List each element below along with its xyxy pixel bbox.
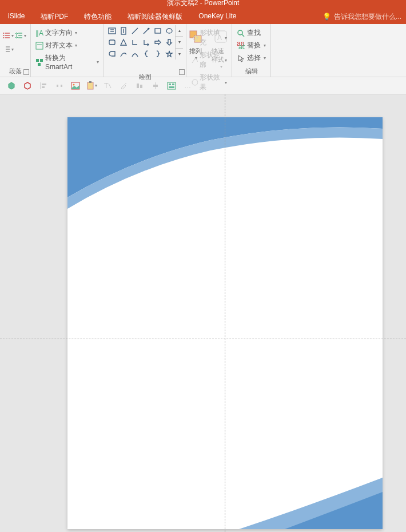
- shape-l-connector[interactable]: [129, 37, 141, 48]
- svg-point-4: [3, 35, 4, 36]
- shape-effects-button[interactable]: 形状效果 ▾: [190, 72, 228, 93]
- svg-point-33: [238, 30, 242, 35]
- numbering-button[interactable]: ▾: [2, 43, 14, 55]
- convert-smartart-label: 转换为 SmartArt: [45, 53, 94, 71]
- horizontal-guide[interactable]: [0, 339, 406, 339]
- svg-point-3: [3, 33, 4, 34]
- svg-rect-27: [109, 40, 115, 45]
- shape-effects-label: 形状效果: [200, 73, 222, 92]
- tool-distribute[interactable]: [54, 80, 65, 92]
- shape-rounded-rect[interactable]: [106, 37, 118, 48]
- bullets-button[interactable]: ▾: [2, 30, 14, 41]
- shape-down-arrow[interactable]: [164, 37, 175, 48]
- tool-center[interactable]: [150, 80, 161, 92]
- shape-rectangle[interactable]: [152, 25, 164, 37]
- svg-rect-53: [169, 84, 171, 85]
- editing-label: 编辑: [234, 66, 268, 77]
- svg-rect-49: [140, 85, 142, 88]
- align-text-button[interactable]: 对齐文本 ▾: [34, 40, 100, 51]
- svg-rect-48: [137, 84, 139, 88]
- svg-rect-40: [57, 85, 58, 87]
- shape-arrow-line[interactable]: [141, 25, 152, 37]
- svg-rect-17: [38, 63, 41, 66]
- line-spacing-button[interactable]: ▾: [15, 30, 26, 41]
- shape-outline-label: 形状轮廓: [200, 50, 222, 70]
- tool-hexagon-red[interactable]: [22, 80, 33, 92]
- shape-arc[interactable]: [129, 48, 141, 59]
- tab-foxit-reader[interactable]: 福昕阅读器领鲜版: [120, 9, 190, 24]
- editing-group: 查找 abac 替换 ▾ 选择 ▾ 编辑: [232, 24, 271, 77]
- shape-outline-button[interactable]: 形状轮廓 ▾: [190, 50, 228, 70]
- shape-curve[interactable]: [118, 48, 129, 59]
- shape-fill-label: 形状填充: [200, 28, 222, 47]
- tool-align-objects[interactable]: [134, 80, 145, 92]
- slide-canvas[interactable]: [0, 94, 406, 532]
- tool-picture[interactable]: [70, 80, 81, 92]
- text-direction-button[interactable]: ‖A 文字方向 ▾: [34, 27, 100, 38]
- title-bar: 演示文稿2 - PowerPoint: [0, 0, 406, 9]
- shape-brace-left[interactable]: [141, 48, 152, 59]
- vertical-guide[interactable]: [225, 94, 225, 532]
- svg-rect-41: [61, 85, 62, 87]
- tab-islide[interactable]: iSlide: [0, 9, 33, 24]
- svg-rect-18: [109, 28, 116, 34]
- find-button[interactable]: 查找: [236, 27, 267, 38]
- tool-align-left[interactable]: [38, 80, 49, 92]
- tab-foxit-pdf[interactable]: 福昕PDF: [33, 9, 76, 24]
- paragraph-dialog-launcher[interactable]: [23, 69, 29, 75]
- svg-text:‖A: ‖A: [35, 29, 43, 37]
- tool-hexagon-green[interactable]: [6, 80, 17, 92]
- shape-fill-button[interactable]: 形状填充 ▾: [190, 27, 228, 48]
- paragraph-group: ▾ ▾ ▾ 段落: [0, 24, 31, 77]
- svg-rect-39: [42, 86, 45, 88]
- svg-text:ac: ac: [238, 43, 245, 50]
- shape-elbow-arrow[interactable]: [141, 37, 152, 48]
- replace-button[interactable]: abac 替换 ▾: [236, 40, 267, 51]
- ribbon: ▾ ▾ ▾ 段落: [0, 24, 406, 77]
- svg-text:T: T: [104, 82, 109, 90]
- select-button[interactable]: 选择 ▾: [236, 53, 267, 63]
- shape-right-arrow[interactable]: [152, 37, 164, 48]
- tool-more[interactable]: …: [182, 80, 193, 92]
- shape-flowchart[interactable]: [106, 48, 118, 59]
- chevron-down-icon: ▾: [97, 59, 99, 65]
- chevron-down-icon: ▾: [75, 43, 77, 48]
- tool-eyedropper[interactable]: [118, 80, 129, 92]
- text-direction-group: ‖A 文字方向 ▾ 对齐文本 ▾ 转换为 SmartArt ▾: [31, 24, 104, 77]
- svg-rect-38: [42, 84, 46, 85]
- tab-special[interactable]: 特色功能: [76, 9, 120, 24]
- chevron-down-icon: ▾: [225, 58, 227, 63]
- chevron-down-icon: ▾: [264, 55, 266, 61]
- svg-line-24: [144, 28, 149, 34]
- select-label: 选择: [247, 53, 261, 63]
- tool-clear-format[interactable]: T: [102, 80, 113, 92]
- shape-line[interactable]: [129, 25, 141, 37]
- shapes-group: ▴ ▾ ▾ 排列 ▾ A 快速样式 ▾ 绘图: [104, 24, 186, 77]
- shape-triangle[interactable]: [118, 37, 129, 48]
- shape-brace-right[interactable]: [152, 48, 164, 59]
- align-text-label: 对齐文本: [45, 41, 73, 50]
- shape-star[interactable]: [164, 48, 175, 59]
- shapes-gallery: [106, 25, 175, 59]
- convert-smartart-button[interactable]: 转换为 SmartArt ▾: [34, 53, 100, 72]
- shape-vertical-textbox[interactable]: [118, 25, 129, 37]
- drawing-dialog-launcher[interactable]: [179, 69, 185, 75]
- shape-oval[interactable]: [164, 25, 175, 37]
- svg-rect-15: [36, 59, 39, 62]
- shapes-scroll-up[interactable]: ▴: [176, 25, 183, 37]
- tool-paste[interactable]: ▾: [86, 80, 97, 92]
- svg-point-26: [166, 29, 172, 33]
- chevron-down-icon: ▾: [24, 33, 26, 38]
- svg-point-43: [73, 84, 75, 85]
- tell-me-search[interactable]: 💡 告诉我您想要做什么...: [318, 9, 406, 24]
- replace-label: 替换: [247, 41, 261, 50]
- svg-rect-44: [87, 82, 93, 89]
- tab-onekey[interactable]: OneKey Lite: [190, 9, 244, 24]
- svg-point-5: [3, 37, 4, 38]
- svg-line-34: [242, 34, 244, 37]
- shapes-expand[interactable]: ▾: [176, 49, 183, 59]
- text-direction-label: 文字方向: [45, 28, 73, 38]
- chevron-down-icon: ▾: [264, 43, 266, 48]
- shape-textbox[interactable]: [106, 25, 118, 37]
- shapes-scroll-down[interactable]: ▾: [176, 37, 183, 48]
